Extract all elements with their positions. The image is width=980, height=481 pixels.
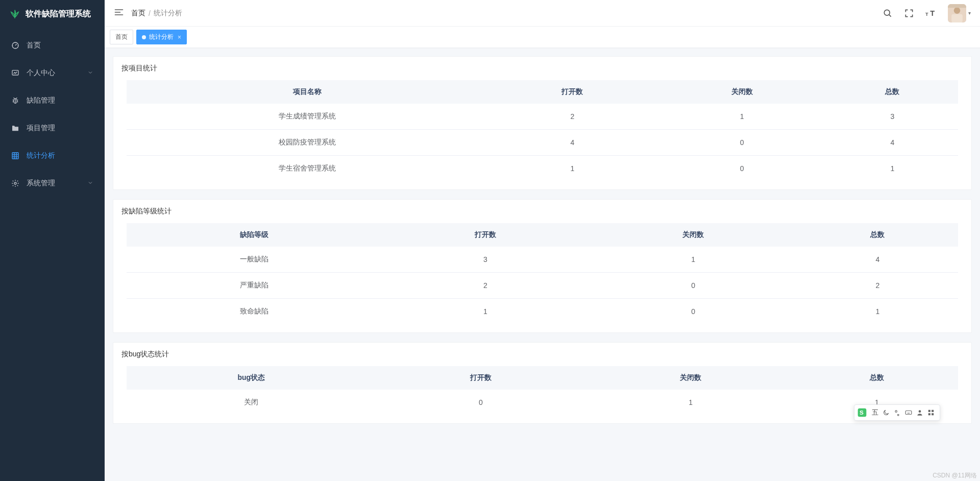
sidebar-item-4[interactable]: 统计分析: [0, 142, 105, 170]
sidebar-item-0[interactable]: 首页: [0, 32, 105, 59]
breadcrumb-current: 统计分析: [154, 9, 182, 18]
breadcrumb-home[interactable]: 首页: [131, 9, 145, 18]
profile-icon: [11, 69, 19, 77]
table-cell: 1: [797, 299, 958, 325]
svg-point-17: [14, 182, 16, 184]
tab-1[interactable]: 统计分析×: [136, 30, 187, 44]
tab-active-dot-icon: [142, 35, 146, 39]
svg-point-39: [919, 410, 921, 413]
sidebar-item-label: 个人中心: [27, 68, 55, 78]
table-header: 打开数: [376, 366, 585, 390]
svg-rect-41: [932, 410, 934, 412]
topbar-actions: TT ▾: [883, 4, 971, 22]
table-header: 总数: [797, 223, 958, 247]
avatar: [948, 4, 966, 22]
table-cell: 1: [381, 299, 589, 325]
sidebar-item-1[interactable]: 个人中心: [0, 59, 105, 87]
table-row: 学生成绩管理系统213: [127, 104, 958, 130]
toggle-sidebar-button[interactable]: [114, 7, 124, 19]
brand: 软件缺陷管理系统: [0, 0, 105, 28]
sidebar-item-3[interactable]: 项目管理: [0, 114, 105, 142]
table-cell: 3: [381, 247, 589, 273]
person-icon[interactable]: [916, 409, 923, 416]
tabs-bar: 首页统计分析×: [105, 27, 980, 48]
fontsize-icon[interactable]: TT: [925, 8, 937, 18]
table-header: bug状态: [127, 366, 376, 390]
ime-toolbar[interactable]: S 五: [854, 404, 940, 421]
table-row: 严重缺陷202: [127, 273, 958, 299]
table-cell: 严重缺陷: [127, 273, 381, 299]
ime-mode-label[interactable]: 五: [872, 408, 878, 417]
panel-title: 按项目统计: [121, 64, 963, 73]
topbar: 首页 / 统计分析 TT ▾: [105, 0, 980, 27]
table-cell: 1: [827, 156, 958, 182]
search-icon[interactable]: [883, 8, 893, 18]
panel-title: 按bug状态统计: [121, 350, 963, 359]
svg-line-22: [889, 14, 891, 16]
table-cell: 1: [586, 390, 796, 415]
table-cell: 0: [589, 299, 797, 325]
caret-down-icon: ▾: [968, 10, 971, 16]
svg-rect-40: [928, 410, 930, 412]
chevron-down-icon: [87, 69, 93, 77]
svg-rect-27: [951, 14, 963, 22]
svg-line-11: [17, 102, 18, 102]
table-header: 缺陷等级: [127, 223, 381, 247]
table-row: 一般缺陷314: [127, 247, 958, 273]
degree-icon[interactable]: [894, 409, 901, 416]
brand-title: 软件缺陷管理系统: [26, 9, 91, 19]
moon-icon[interactable]: [883, 409, 890, 416]
tab-label: 统计分析: [149, 33, 174, 41]
data-table: 缺陷等级打开数关闭数总数一般缺陷314严重缺陷202致命缺陷101: [127, 223, 958, 324]
table-cell: 4: [827, 130, 958, 156]
table-header: 打开数: [487, 80, 657, 104]
folder-icon: [11, 124, 19, 132]
table-cell: 4: [797, 247, 958, 273]
close-icon[interactable]: ×: [178, 34, 181, 41]
panel-2: 按bug状态统计bug状态打开数关闭数总数关闭011: [113, 342, 972, 424]
table-cell: 2: [797, 273, 958, 299]
sidebar-item-label: 项目管理: [27, 124, 55, 133]
table-cell: 学生成绩管理系统: [127, 104, 487, 130]
table-header: 打开数: [381, 223, 589, 247]
sidebar-item-5[interactable]: 系统管理: [0, 170, 105, 197]
keyboard-icon[interactable]: [905, 409, 912, 416]
svg-rect-12: [12, 153, 18, 159]
table-cell: 1: [589, 247, 797, 273]
table-row: 致命缺陷101: [127, 299, 958, 325]
brand-leaf-icon: [9, 8, 20, 19]
table-cell: 学生宿舍管理系统: [127, 156, 487, 182]
table-cell: 3: [827, 104, 958, 130]
data-table: 项目名称打开数关闭数总数学生成绩管理系统213校园防疫管理系统404学生宿舍管理…: [127, 80, 958, 181]
table-cell: 0: [376, 390, 585, 415]
content-area[interactable]: 按项目统计项目名称打开数关闭数总数学生成绩管理系统213校园防疫管理系统404学…: [105, 48, 980, 481]
table-cell: 0: [657, 130, 827, 156]
chevron-down-icon: [87, 179, 93, 187]
data-table: bug状态打开数关闭数总数关闭011: [127, 366, 958, 415]
table-header: 关闭数: [657, 80, 827, 104]
table-row: 学生宿舍管理系统101: [127, 156, 958, 182]
sidebar-item-label: 首页: [27, 41, 41, 50]
svg-rect-33: [905, 411, 912, 415]
table-header: 总数: [827, 80, 958, 104]
ime-icons: [883, 409, 935, 416]
sidebar-item-label: 缺陷管理: [27, 96, 55, 105]
watermark: CSDN @11网络: [933, 471, 977, 480]
table-cell: 一般缺陷: [127, 247, 381, 273]
sidebar-item-label: 系统管理: [27, 179, 55, 188]
table-cell: 0: [589, 273, 797, 299]
table-cell: 0: [657, 156, 827, 182]
fullscreen-icon[interactable]: [904, 8, 914, 18]
grid-icon[interactable]: [927, 409, 935, 416]
sidebar-item-2[interactable]: 缺陷管理: [0, 87, 105, 114]
table-cell: 致命缺陷: [127, 299, 381, 325]
table-cell: 关闭: [127, 390, 376, 415]
dashboard-icon: [11, 41, 19, 50]
ime-logo-icon: S: [856, 407, 868, 418]
svg-text:S: S: [860, 409, 864, 416]
user-menu[interactable]: ▾: [948, 4, 971, 22]
tab-0[interactable]: 首页: [110, 30, 133, 44]
table-row: 关闭011: [127, 390, 958, 415]
svg-line-8: [13, 100, 14, 101]
sidebar-item-label: 统计分析: [27, 151, 55, 160]
